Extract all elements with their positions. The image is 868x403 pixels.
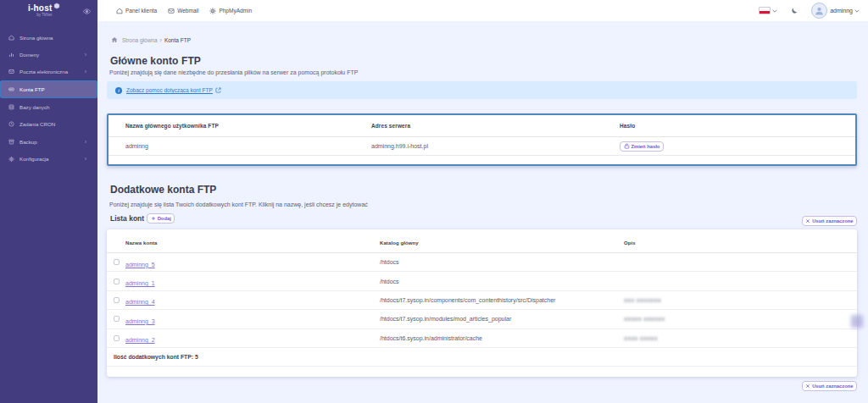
table-row: adminng_5 /htdocs	[107, 253, 857, 272]
account-link[interactable]: adminng_2	[125, 337, 155, 343]
row-checkbox[interactable]	[114, 316, 120, 322]
row-checkbox[interactable]	[114, 335, 120, 341]
sidebar-item-domeny[interactable]: Domeny ›	[0, 46, 97, 63]
delete-selected-button-top[interactable]: Usuń zaznaczone	[802, 216, 857, 226]
backup-box-icon	[8, 139, 14, 145]
brand-cube-icon	[53, 3, 60, 9]
sidebar-item-backup[interactable]: Backup ›	[0, 133, 97, 150]
avatar[interactable]	[811, 3, 827, 19]
sidebar: i-host by TkNet Strona główna Domeny › P…	[0, 0, 97, 403]
sidebar-item-zadania-cron[interactable]: Zadania CRON	[0, 116, 97, 133]
x-icon	[805, 384, 810, 389]
account-link[interactable]: adminng_5	[125, 262, 155, 268]
moon-icon	[790, 7, 798, 15]
chevron-right-icon: ›	[85, 69, 86, 75]
main-ftp-table-row: adminng adminng.h99.i-host.pl Zmień hasł…	[108, 137, 855, 156]
list-label: Lista kont	[110, 214, 144, 223]
brand-name: i-host	[28, 4, 52, 13]
topbar-panel-klienta[interactable]: Panel klienta	[116, 8, 157, 14]
chevron-right-icon: ›	[85, 156, 86, 162]
additional-section-title: Dodatkowe konta FTP	[110, 185, 857, 195]
x-icon	[805, 218, 810, 224]
account-link[interactable]: adminng_3	[125, 318, 155, 324]
user-name: adminng	[830, 8, 853, 14]
mail-icon	[8, 69, 14, 75]
add-account-button[interactable]: Dodaj	[147, 213, 175, 224]
help-alert: i Zobacz pomoc dotyczącą kont FTP	[107, 81, 857, 99]
gear-icon	[209, 8, 216, 14]
home-icon	[8, 35, 14, 41]
accounts-count: Ilość dodatkowych kont FTP: 5	[107, 348, 857, 367]
sidebar-item-poczta-elektroniczna[interactable]: Poczta elektroniczna ›	[0, 63, 97, 80]
topbar-webmail[interactable]: Webmail	[168, 8, 198, 14]
change-password-button[interactable]: Zmień hasło	[620, 141, 664, 152]
breadcrumb-home[interactable]: Strona główna	[122, 37, 158, 43]
topbar: Panel klienta Webmail PhpMyAdmin	[97, 0, 868, 21]
sidebar-item-konfiguracja[interactable]: Konfiguracja ›	[0, 150, 97, 167]
content: Strona główna › Konta FTP Główne konto F…	[97, 21, 868, 391]
sidebar-item-konta-ftp[interactable]: Konta FTP	[0, 80, 97, 98]
additional-section-subtitle: Poniżej znajduje się lista Twoich dodatk…	[109, 202, 857, 207]
sidebar-item-bazy-danych[interactable]: Bazy danych	[0, 98, 97, 115]
additional-ftp-table-header: Nazwa konta Katalog główny Opis	[107, 229, 857, 253]
sidebar-item-strona-glowna[interactable]: Strona główna	[0, 29, 97, 46]
plus-icon	[151, 216, 156, 221]
gear-icon	[8, 156, 14, 162]
table-row: adminng_3 /htdocs/t7.sysop.in/modules/mo…	[107, 310, 857, 328]
external-link-icon	[215, 87, 221, 93]
sidebar-logo[interactable]: i-host by TkNet	[0, 0, 97, 22]
row-checkbox[interactable]	[114, 279, 120, 284]
mail-icon	[168, 8, 175, 14]
chat-widget-blurred[interactable]	[851, 315, 863, 328]
poland-flag-icon	[759, 7, 771, 14]
brand-byline: by TkNet	[28, 14, 60, 18]
main-ftp-table: Nazwa głównego użytkownika FTP Adres ser…	[107, 113, 857, 166]
language-selector[interactable]	[759, 7, 777, 14]
list-actions-row: Lista kont Dodaj Usuń zaznaczone	[107, 213, 857, 224]
ftp-username: adminng	[125, 143, 371, 149]
chevron-right-icon: ›	[85, 52, 86, 58]
clock-icon	[8, 121, 14, 127]
home-icon	[111, 36, 118, 43]
user-menu[interactable]: adminng	[830, 8, 860, 14]
info-icon: i	[115, 87, 122, 94]
dark-mode-toggle[interactable]	[790, 7, 798, 15]
sidebar-collapse-icon[interactable]	[83, 8, 91, 15]
table-row: adminng_2 /htdocs/t6.sysop.in/administra…	[107, 329, 857, 348]
help-link[interactable]: Zobacz pomoc dotyczącą kont FTP	[126, 87, 221, 93]
database-icon	[8, 104, 14, 110]
table-row: adminng_4 /htdocs/t7.sysop.in/components…	[107, 291, 857, 310]
additional-ftp-table: Nazwa konta Katalog główny Opis adminng_…	[107, 229, 857, 377]
table-row: adminng_1 /htdocs	[107, 272, 857, 290]
row-checkbox[interactable]	[114, 297, 120, 303]
chevron-right-icon: ›	[85, 139, 86, 145]
ftp-server: adminng.h99.i-host.pl	[371, 143, 620, 149]
main-ftp-table-header: Nazwa głównego użytkownika FTP Adres ser…	[108, 115, 855, 137]
breadcrumb-current: Konta FTP	[164, 37, 191, 43]
chart-bars-icon	[8, 52, 14, 58]
user-icon	[814, 5, 825, 16]
chevron-down-icon	[772, 9, 777, 13]
account-link[interactable]: adminng_4	[125, 299, 155, 305]
delete-selected-button-bottom[interactable]: Usuń zaznaczone	[802, 381, 857, 391]
ftp-drive-icon	[8, 86, 14, 92]
lock-icon	[624, 143, 630, 149]
topbar-phpmyadmin[interactable]: PhpMyAdmin	[209, 8, 252, 14]
page-title: Główne konto FTP	[110, 56, 857, 66]
account-link[interactable]: adminng_1	[125, 280, 155, 286]
row-checkbox[interactable]	[114, 259, 120, 265]
chevron-down-icon	[854, 9, 860, 13]
sidebar-nav: Strona główna Domeny › Poczta elektronic…	[0, 29, 97, 168]
home-icon	[116, 8, 123, 14]
breadcrumb: Strona główna › Konta FTP	[111, 36, 857, 44]
page-subtitle: Poniżej znajdują się dane niezbędne do p…	[109, 69, 857, 75]
